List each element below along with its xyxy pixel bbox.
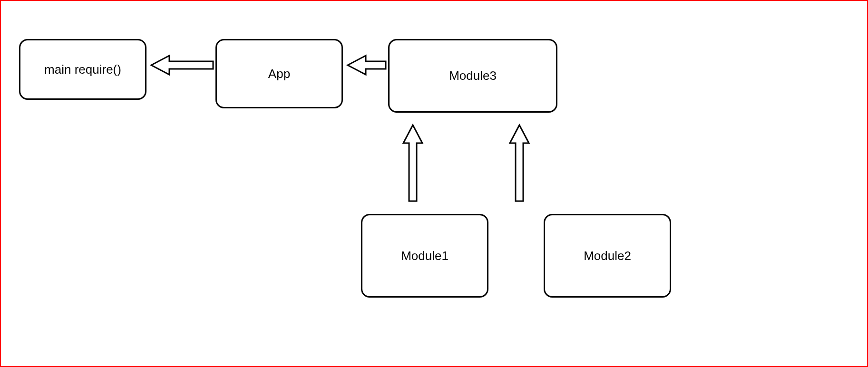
svg-marker-2 [403, 125, 422, 201]
node-label: App [268, 67, 290, 81]
arrow-left-icon [348, 53, 386, 77]
svg-marker-3 [510, 125, 529, 201]
svg-marker-0 [151, 56, 213, 75]
node-app: App [215, 39, 343, 108]
node-label: main require() [44, 62, 121, 77]
node-label: Module3 [449, 68, 497, 83]
node-label: Module2 [584, 249, 631, 263]
node-module2: Module2 [544, 214, 671, 298]
arrow-left-icon [151, 53, 213, 77]
svg-marker-1 [348, 56, 386, 75]
arrow-up-icon [401, 125, 425, 201]
node-module1: Module1 [361, 214, 488, 298]
node-label: Module1 [401, 249, 449, 263]
node-main-require: main require() [19, 39, 146, 100]
arrow-up-icon [507, 125, 531, 201]
node-module3: Module3 [388, 39, 557, 113]
